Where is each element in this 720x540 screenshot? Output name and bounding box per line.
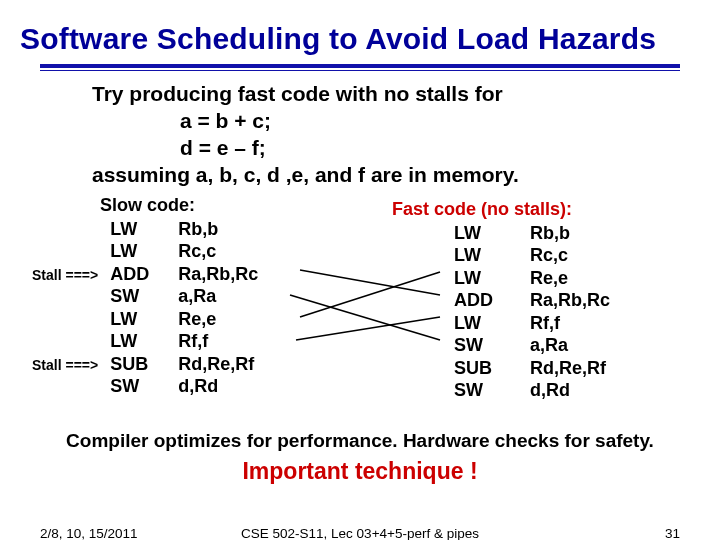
- intro-line-3: d = e – f;: [180, 135, 680, 162]
- args-cell: a,Ra: [506, 334, 610, 357]
- args-cell: Rc,c: [506, 244, 610, 267]
- op-cell: SUB: [110, 353, 164, 376]
- args-cell: Re,e: [506, 267, 610, 290]
- slow-row: SWd,Rd: [32, 375, 258, 398]
- op-cell: LW: [454, 244, 506, 267]
- args-cell: Rb,b: [164, 218, 258, 241]
- slide-title: Software Scheduling to Avoid Load Hazard…: [0, 0, 720, 62]
- stall-cell: Stall ===>: [32, 353, 110, 376]
- fast-row: ADDRa,Rb,Rc: [454, 289, 610, 312]
- args-cell: d,Rd: [506, 379, 610, 402]
- args-cell: Rf,f: [164, 330, 258, 353]
- args-cell: Ra,Rb,Rc: [506, 289, 610, 312]
- important-note: Important technique !: [0, 458, 720, 485]
- args-cell: Ra,Rb,Rc: [164, 263, 258, 286]
- args-cell: Rb,b: [506, 222, 610, 245]
- op-cell: ADD: [110, 263, 164, 286]
- slide: Software Scheduling to Avoid Load Hazard…: [0, 0, 720, 540]
- op-cell: LW: [110, 240, 164, 263]
- fast-row: SWd,Rd: [454, 379, 610, 402]
- slow-row: Stall ===>SUBRd,Re,Rf: [32, 353, 258, 376]
- op-cell: SW: [454, 379, 506, 402]
- stall-cell: [32, 308, 110, 331]
- slow-row: LWRb,b: [32, 218, 258, 241]
- intro-block: Try producing fast code with no stalls f…: [92, 81, 680, 189]
- slow-row: LWRf,f: [32, 330, 258, 353]
- slow-code-heading: Slow code:: [100, 195, 258, 216]
- title-rule-thin: [40, 70, 680, 71]
- op-cell: LW: [110, 308, 164, 331]
- fast-row: LWRb,b: [454, 222, 610, 245]
- op-cell: LW: [110, 330, 164, 353]
- op-cell: SW: [454, 334, 506, 357]
- op-cell: LW: [454, 312, 506, 335]
- intro-line-4: assuming a, b, c, d ,e, and f are in mem…: [92, 162, 680, 189]
- optimizer-note: Compiler optimizes for performance. Hard…: [0, 430, 720, 452]
- slow-code-block: Slow code: LWRb,b LWRc,c Stall ===>ADDRa…: [100, 195, 258, 398]
- stall-cell: [32, 330, 110, 353]
- fast-row: SUBRd,Re,Rf: [454, 357, 610, 380]
- fast-code-table: LWRb,b LWRc,c LWRe,e ADDRa,Rb,Rc LWRf,f …: [454, 222, 610, 402]
- args-cell: Rc,c: [164, 240, 258, 263]
- slow-row: LWRc,c: [32, 240, 258, 263]
- fast-row: SWa,Ra: [454, 334, 610, 357]
- op-cell: SW: [110, 375, 164, 398]
- fast-row: LWRe,e: [454, 267, 610, 290]
- op-cell: LW: [454, 267, 506, 290]
- op-cell: ADD: [454, 289, 506, 312]
- title-rule-thick: [40, 64, 680, 68]
- slow-code-table: LWRb,b LWRc,c Stall ===>ADDRa,Rb,Rc SWa,…: [32, 218, 258, 398]
- args-cell: d,Rd: [164, 375, 258, 398]
- op-cell: LW: [110, 218, 164, 241]
- stall-cell: Stall ===>: [32, 263, 110, 286]
- fast-row: LWRf,f: [454, 312, 610, 335]
- intro-line-2: a = b + c;: [180, 108, 680, 135]
- footer-page: 31: [665, 526, 680, 540]
- op-cell: LW: [454, 222, 506, 245]
- args-cell: Rd,Re,Rf: [506, 357, 610, 380]
- fast-code-block: Fast code (no stalls): LWRb,b LWRc,c LWR…: [392, 199, 610, 402]
- slow-row: SWa,Ra: [32, 285, 258, 308]
- code-columns: Slow code: LWRb,b LWRc,c Stall ===>ADDRa…: [0, 195, 720, 425]
- op-cell: SW: [110, 285, 164, 308]
- footer-course: CSE 502-S11, Lec 03+4+5-perf & pipes: [0, 526, 720, 540]
- intro-line-1: Try producing fast code with no stalls f…: [92, 81, 680, 108]
- op-cell: SUB: [454, 357, 506, 380]
- args-cell: Rf,f: [506, 312, 610, 335]
- stall-cell: [32, 375, 110, 398]
- args-cell: Re,e: [164, 308, 258, 331]
- slow-row: Stall ===>ADDRa,Rb,Rc: [32, 263, 258, 286]
- args-cell: a,Ra: [164, 285, 258, 308]
- stall-cell: [32, 285, 110, 308]
- stall-cell: [32, 240, 110, 263]
- args-cell: Rd,Re,Rf: [164, 353, 258, 376]
- slow-row: LWRe,e: [32, 308, 258, 331]
- fast-code-heading: Fast code (no stalls):: [392, 199, 610, 220]
- fast-row: LWRc,c: [454, 244, 610, 267]
- stall-cell: [32, 218, 110, 241]
